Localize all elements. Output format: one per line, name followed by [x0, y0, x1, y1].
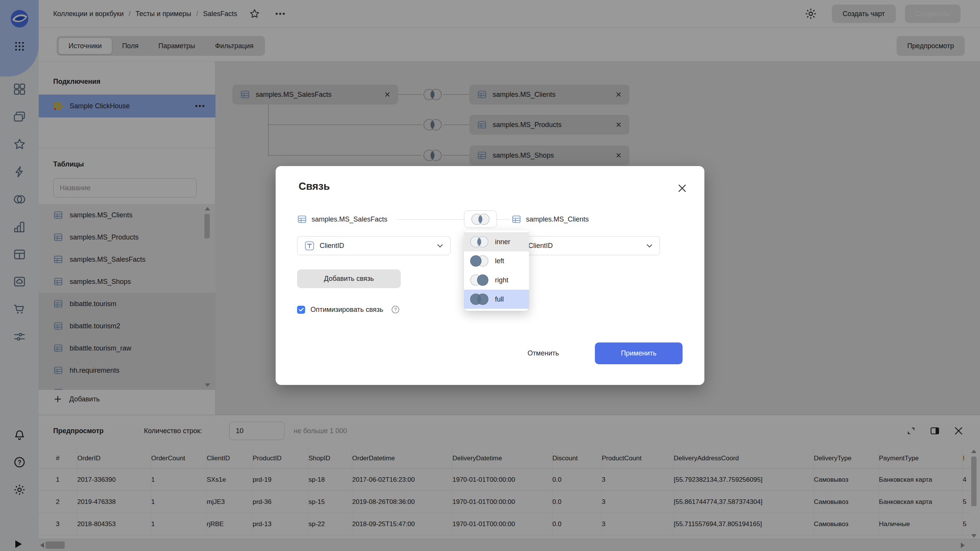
join-dialog: Связь samples.MS_SalesFacts samples.MS_C… — [276, 166, 704, 385]
add-link-button[interactable]: Добавить связь — [297, 269, 401, 288]
apply-button[interactable]: Применить — [595, 342, 683, 364]
cancel-button[interactable]: Отменить — [514, 342, 573, 364]
left-join-icon — [469, 255, 490, 267]
right-field-value: ClientID — [528, 242, 553, 250]
join-option-right[interactable]: right — [464, 271, 529, 290]
left-field-select[interactable]: ClientID — [297, 236, 451, 255]
checkbox-checked[interactable] — [297, 306, 305, 314]
join-option-inner[interactable]: inner — [464, 232, 529, 251]
chevron-down-icon — [437, 244, 443, 248]
datalens-dataset-editor: ? Коллекции и воркбуки/Тесты и примеры/S… — [0, 0, 980, 551]
join-type-dropdown: innerleftrightfull — [464, 230, 529, 311]
left-table-name: samples.MS_SalesFacts — [312, 215, 387, 223]
left-field-value: ClientID — [320, 242, 344, 250]
right-join-icon — [469, 274, 490, 286]
table-icon — [297, 214, 307, 224]
inner-join-icon — [469, 236, 490, 248]
optimize-label: Оптимизировать связь — [310, 306, 383, 314]
join-option-label: inner — [495, 238, 510, 246]
full-join-icon — [469, 293, 490, 305]
svg-text:?: ? — [394, 307, 397, 312]
chevron-down-icon — [646, 244, 653, 248]
join-type-button[interactable] — [464, 210, 497, 228]
join-option-label: right — [495, 276, 508, 284]
join-option-label: left — [495, 257, 504, 265]
table-icon — [511, 214, 521, 224]
join-option-full[interactable]: full — [464, 290, 529, 309]
join-connector-line — [397, 219, 464, 220]
optimize-checkbox-row: Оптимизировать связь ? — [297, 305, 400, 315]
right-table-name: samples.MS_Clients — [526, 215, 589, 223]
help-icon[interactable]: ? — [391, 305, 400, 314]
close-dialog-icon[interactable] — [675, 181, 689, 195]
string-type-icon — [304, 241, 315, 251]
join-option-label: full — [495, 295, 504, 303]
join-option-left[interactable]: left — [464, 251, 529, 271]
right-field-select[interactable]: ClientID — [506, 236, 660, 255]
dialog-title: Связь — [299, 181, 330, 192]
join-connector-line — [497, 219, 510, 220]
